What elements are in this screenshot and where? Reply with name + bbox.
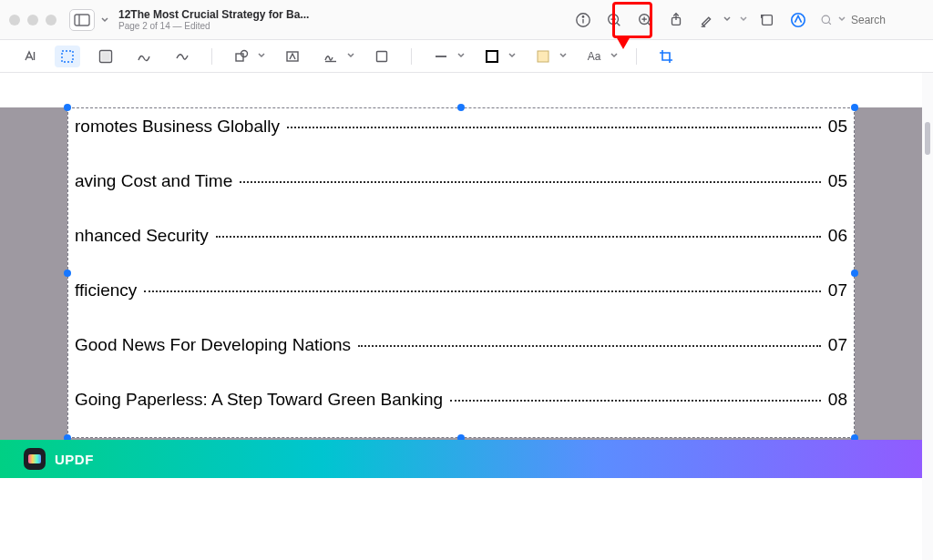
toc-title: Going Paperless: A Step Toward Green Ban…: [75, 390, 443, 410]
redact-tool-button[interactable]: [93, 46, 118, 67]
fullscreen-window-button[interactable]: [46, 15, 56, 25]
font-style-dropdown-icon[interactable]: [609, 51, 620, 61]
rotate-button[interactable]: [754, 7, 780, 33]
document-subtitle: Page 2 of 14 — Edited: [118, 21, 309, 31]
shapes-dropdown-icon[interactable]: [256, 51, 267, 61]
toc-list: romotes Business Globally 05 aving Cost …: [67, 107, 855, 448]
document-title: 12The Most Crucial Strategy for Ba...: [118, 8, 309, 21]
toc-leader: [240, 181, 821, 183]
highlighter-group: [694, 7, 733, 33]
crop-button[interactable]: [653, 46, 679, 67]
brand-banner: UPDF: [0, 440, 922, 478]
toc-leader: [358, 345, 821, 347]
toc-row: romotes Business Globally 05: [75, 117, 847, 171]
selection-tool-button[interactable]: [55, 46, 80, 67]
toolbar-separator: [211, 48, 212, 65]
border-style-group: [428, 46, 466, 67]
toc-row: Good News For Developing Nations 07: [75, 335, 847, 390]
markup-button[interactable]: [785, 7, 811, 33]
toc-row: fficiency 07: [75, 280, 847, 335]
toc-row: nhanced Security 06: [75, 226, 847, 280]
toc-title: Good News For Developing Nations: [75, 335, 351, 355]
svg-point-4: [582, 15, 583, 16]
brand-logo-icon: [24, 448, 46, 470]
share-button[interactable]: [663, 7, 689, 33]
toc-title: aving Cost and Time: [75, 171, 232, 191]
zoom-out-button[interactable]: [601, 7, 627, 33]
fill-color-group: [530, 46, 569, 67]
scrollbar-thumb[interactable]: [925, 122, 930, 155]
stroke-color-dropdown-icon[interactable]: [507, 51, 518, 61]
brand-name: UPDF: [55, 452, 94, 467]
highlighter-button[interactable]: [694, 7, 720, 33]
highlighter-dropdown-icon[interactable]: [722, 15, 733, 25]
toc-leader: [287, 127, 821, 128]
font-style-button[interactable]: Aa: [581, 46, 607, 67]
sketch-tool-button[interactable]: [131, 46, 157, 67]
border-style-dropdown-icon[interactable]: [456, 51, 466, 61]
border-style-button[interactable]: [428, 46, 454, 67]
fill-color-dropdown-icon[interactable]: [558, 51, 569, 61]
markup-toolbar: Aa: [0, 40, 933, 73]
svg-rect-20: [62, 51, 73, 62]
sign-button[interactable]: [318, 46, 343, 67]
window-controls: [9, 15, 56, 25]
document-title-block: 12The Most Crucial Strategy for Ba... Pa…: [118, 8, 309, 31]
info-button[interactable]: [570, 7, 596, 33]
sign-group: [318, 46, 356, 67]
stroke-color-group: [479, 46, 518, 67]
svg-rect-14: [763, 15, 773, 25]
minimize-window-button[interactable]: [27, 15, 38, 25]
toc-leader: [144, 290, 821, 292]
titlebar: 12The Most Crucial Strategy for Ba... Pa…: [0, 0, 933, 40]
sidebar-toggle-button[interactable]: [69, 9, 95, 31]
search-group: [820, 14, 924, 26]
resize-handle-tr[interactable]: [851, 104, 858, 111]
search-input[interactable]: [851, 14, 924, 26]
toc-title: nhanced Security: [75, 226, 209, 246]
svg-rect-22: [102, 53, 109, 60]
toolbar-separator: [636, 48, 637, 65]
document-canvas[interactable]: romotes Business Globally 05 aving Cost …: [0, 73, 933, 560]
toc-title: romotes Business Globally: [75, 117, 280, 137]
page-bottom-strip: [0, 478, 922, 560]
svg-point-16: [822, 15, 829, 23]
fill-color-button[interactable]: [530, 46, 556, 67]
svg-rect-29: [487, 51, 497, 62]
svg-rect-30: [538, 51, 549, 62]
scrollbar-track[interactable]: [922, 73, 933, 560]
close-window-button[interactable]: [9, 15, 20, 25]
resize-handle-tm[interactable]: [457, 104, 465, 111]
toc-leader: [450, 400, 821, 402]
svg-line-17: [828, 22, 830, 24]
text-tool-button[interactable]: [16, 46, 42, 67]
resize-handle-ml[interactable]: [64, 270, 71, 277]
selection-region[interactable]: romotes Business Globally 05 aving Cost …: [67, 107, 855, 438]
toolbar-separator: [411, 48, 412, 65]
toc-page: 05: [828, 117, 847, 137]
svg-line-6: [617, 23, 620, 25]
svg-rect-23: [236, 54, 243, 61]
shapes-group: [229, 46, 267, 67]
toc-page: 05: [828, 171, 847, 191]
toc-page: 08: [828, 390, 847, 410]
page-top-strip: [0, 73, 922, 107]
draw-tool-button[interactable]: [169, 46, 195, 67]
zoom-in-button[interactable]: [632, 7, 658, 33]
font-style-group: Aa: [581, 46, 620, 67]
sign-dropdown-icon[interactable]: [345, 51, 356, 61]
toc-title: fficiency: [75, 280, 137, 300]
shapes-button[interactable]: [229, 46, 254, 67]
textbox-button[interactable]: [280, 46, 305, 67]
sidebar-dropdown-icon[interactable]: [100, 9, 109, 31]
note-button[interactable]: [369, 46, 395, 67]
resize-handle-tl[interactable]: [64, 104, 71, 111]
svg-line-9: [648, 23, 651, 25]
stroke-color-button[interactable]: [479, 46, 505, 67]
toc-leader: [216, 236, 821, 238]
divider-chevron-icon: [738, 15, 749, 25]
toc-row: aving Cost and Time 05: [75, 171, 847, 226]
toc-page: 07: [828, 335, 847, 355]
search-dropdown-icon[interactable]: [836, 15, 847, 25]
resize-handle-mr[interactable]: [851, 270, 858, 277]
